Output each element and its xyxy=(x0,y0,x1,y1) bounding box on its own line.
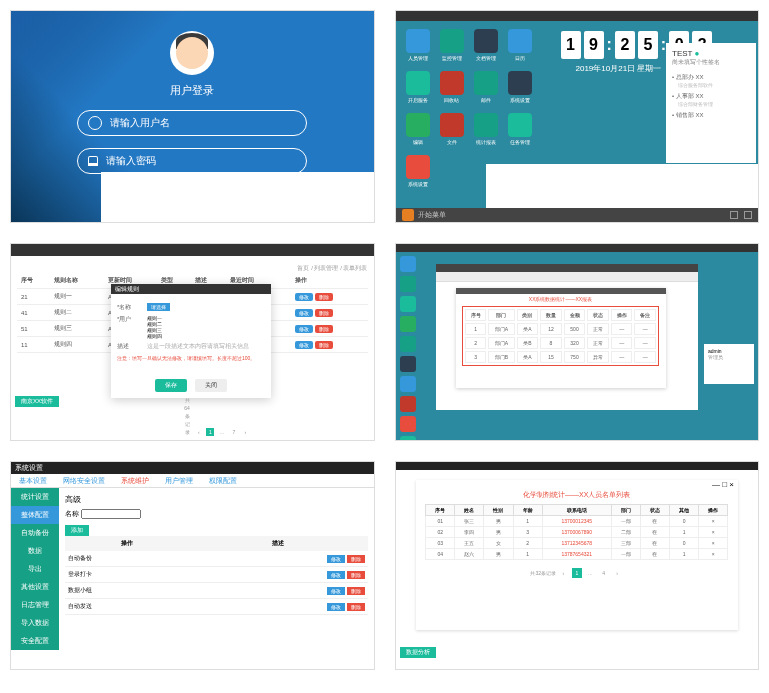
cancel-button[interactable]: 关闭 xyxy=(195,379,227,392)
table-row: 01张三男113700012345一部在0× xyxy=(426,516,728,527)
sidebar-app-icon[interactable] xyxy=(400,296,416,312)
edit-button[interactable]: 修改 xyxy=(295,325,313,333)
sidebar-item[interactable]: 统计设置 xyxy=(11,488,59,506)
sidebar-item[interactable]: 安全配置 xyxy=(11,632,59,650)
tray-icon[interactable] xyxy=(744,211,752,219)
search-input[interactable] xyxy=(81,509,141,519)
desktop-app[interactable]: 任务管理 xyxy=(506,113,534,149)
close-icon[interactable]: — □ × xyxy=(712,480,734,488)
sidebar-app-icon[interactable] xyxy=(400,416,416,432)
desktop-app[interactable]: 系统设置 xyxy=(506,71,534,107)
edit-button[interactable]: 修改 xyxy=(295,309,313,317)
page-number[interactable]: 7 xyxy=(230,428,238,436)
col-header: 类别 xyxy=(517,309,539,321)
sidebar-app-icon[interactable] xyxy=(400,276,416,292)
desktop-app[interactable]: 邮件 xyxy=(472,71,500,107)
contact-item[interactable]: • 人事部 XX综合部财务管理 xyxy=(672,92,750,107)
edit-button[interactable]: 修改 xyxy=(327,603,345,611)
tab-bar: 基本设置网络安全设置系统维护用户管理权限配置 xyxy=(11,474,374,488)
page-prev[interactable]: ‹ xyxy=(195,428,203,436)
page-ellipsis: … xyxy=(218,428,226,436)
sidebar-app-icon[interactable] xyxy=(400,376,416,392)
screenshot-settings: 系统设置 基本设置网络安全设置系统维护用户管理权限配置 统计设置整体配置自动备份… xyxy=(10,461,375,670)
section-title: 高级 xyxy=(65,494,368,505)
edit-button[interactable]: 修改 xyxy=(327,571,345,579)
sidebar-item[interactable]: 数据 xyxy=(11,542,59,560)
clock-digit: 2 xyxy=(615,31,635,59)
save-button[interactable]: 保存 xyxy=(155,379,187,392)
sidebar-app-icon[interactable] xyxy=(400,396,416,412)
tab[interactable]: 用户管理 xyxy=(157,474,201,487)
select-dropdown[interactable]: 请选择 xyxy=(147,303,170,311)
sidebar-app-icon[interactable] xyxy=(400,436,416,441)
start-button-icon[interactable] xyxy=(402,209,414,221)
footer-brand: 南京XX软件 xyxy=(15,396,59,407)
window-header xyxy=(436,264,699,272)
username-input[interactable]: 请输入用户名 xyxy=(77,110,307,136)
desktop-app[interactable]: 回收站 xyxy=(438,71,466,107)
sidebar-item[interactable]: 整体配置 xyxy=(11,506,59,524)
start-button-label[interactable]: 开始菜单 xyxy=(418,210,446,220)
pagination[interactable]: 共64条记录 ‹ 1 … 7 › xyxy=(11,396,374,436)
page-next[interactable]: › xyxy=(241,428,249,436)
sidebar-app-icon[interactable] xyxy=(400,316,416,332)
delete-button[interactable]: 删除 xyxy=(315,341,333,349)
contact-item[interactable]: • 总部办 XX综合服务部软件 xyxy=(672,73,750,88)
desktop-app[interactable]: 系统设置 xyxy=(404,155,432,191)
page-number[interactable]: 1 xyxy=(206,428,214,436)
screenshot-desktop-table: XX系统数据统计——XX报表 序号部门类别数量金额状态操作备注 1部门A类A12… xyxy=(395,243,760,441)
delete-button[interactable]: 删除 xyxy=(347,587,365,595)
col-header: 部门 xyxy=(611,505,640,516)
delete-button[interactable]: 删除 xyxy=(315,325,333,333)
contact-item[interactable]: • 销售部 XX xyxy=(672,111,750,120)
sidebar-app-icon[interactable] xyxy=(400,256,416,272)
tray-icon[interactable] xyxy=(730,211,738,219)
col-header: 序号 xyxy=(465,309,487,321)
desktop-app[interactable]: 统计报表 xyxy=(472,113,500,149)
sidebar-item[interactable]: 日志管理 xyxy=(11,596,59,614)
page-number[interactable]: 4 xyxy=(599,568,609,578)
desktop-app[interactable]: 人员管理 xyxy=(404,29,432,65)
edit-button[interactable]: 修改 xyxy=(327,555,345,563)
table-row: 数据小组修改 删除 xyxy=(65,583,368,599)
sidebar-item[interactable]: 自动备份 xyxy=(11,524,59,542)
tab[interactable]: 基本设置 xyxy=(11,474,55,487)
sidebar-item[interactable]: 导出 xyxy=(11,560,59,578)
window-tabs[interactable] xyxy=(436,272,699,282)
delete-button[interactable]: 删除 xyxy=(347,603,365,611)
edit-button[interactable]: 修改 xyxy=(327,587,345,595)
delete-button[interactable]: 删除 xyxy=(347,571,365,579)
table-row: 04赵六男113787654321一部在1× xyxy=(426,549,728,560)
warning-text: 注意：填写一旦确认无法修改，请谨慎填写。长度不超过100。 xyxy=(117,355,265,361)
sidebar-item[interactable]: 其他设置 xyxy=(11,578,59,596)
pagination[interactable]: 共32条记录 ‹ 1 … 4 › xyxy=(416,568,739,578)
desktop-app[interactable]: 监控管理 xyxy=(438,29,466,65)
sidebar-item[interactable]: 导入数据 xyxy=(11,614,59,632)
add-button[interactable]: 添加 xyxy=(65,525,89,536)
textarea-hint[interactable]: 这是一段描述文本内容请填写相关信息 xyxy=(147,342,265,351)
page-next[interactable]: › xyxy=(612,568,622,578)
tab[interactable]: 系统维护 xyxy=(113,474,157,487)
desktop-app[interactable]: 开启服务 xyxy=(404,71,432,107)
edit-button[interactable]: 修改 xyxy=(295,293,313,301)
desktop-app[interactable]: 文件 xyxy=(438,113,466,149)
page-number[interactable]: 1 xyxy=(572,568,582,578)
page-prev[interactable]: ‹ xyxy=(558,568,568,578)
desktop-app[interactable]: 文档管理 xyxy=(472,29,500,65)
tab[interactable]: 网络安全设置 xyxy=(55,474,113,487)
desktop-app[interactable]: 日历 xyxy=(506,29,534,65)
window-titlebar xyxy=(396,244,759,252)
desktop-app[interactable]: 编辑 xyxy=(404,113,432,149)
clock-digit: 5 xyxy=(638,31,658,59)
login-title: 用户登录 xyxy=(170,83,214,98)
desktop-date: 2019年10月21日 星期一 xyxy=(576,63,662,74)
sidebar-app-icon[interactable] xyxy=(400,336,416,352)
delete-button[interactable]: 删除 xyxy=(347,555,365,563)
delete-button[interactable]: 删除 xyxy=(315,309,333,317)
sidebar-app-icon[interactable] xyxy=(400,356,416,372)
password-input[interactable]: 请输入密码 xyxy=(77,148,307,174)
taskbar[interactable]: 开始菜单 xyxy=(396,208,759,222)
edit-button[interactable]: 修改 xyxy=(295,341,313,349)
tab[interactable]: 权限配置 xyxy=(201,474,245,487)
delete-button[interactable]: 删除 xyxy=(315,293,333,301)
